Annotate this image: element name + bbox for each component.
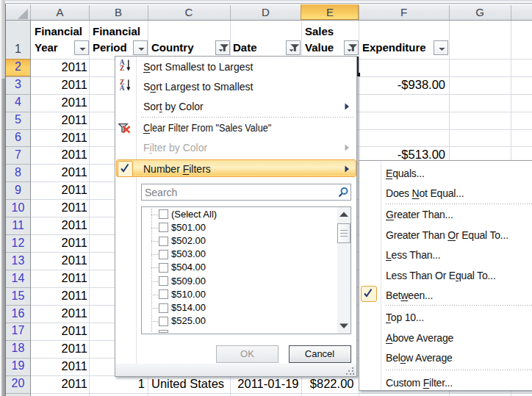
svg-text:A: A xyxy=(120,84,125,92)
svg-text:Z: Z xyxy=(120,65,124,72)
